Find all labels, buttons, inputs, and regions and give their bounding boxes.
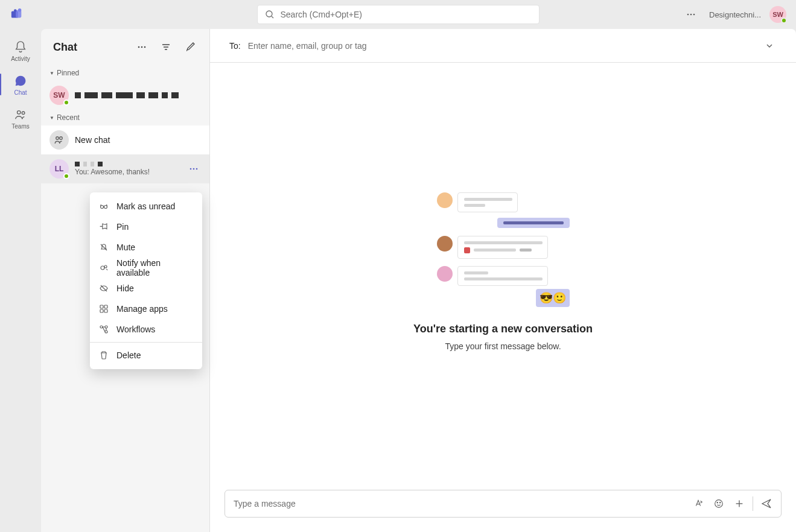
compose-to-bar: To: xyxy=(210,29,796,63)
panel-title: Chat xyxy=(53,41,127,54)
to-input[interactable] xyxy=(248,41,755,51)
message-composer xyxy=(224,490,782,518)
svg-point-11 xyxy=(138,46,140,48)
search-input[interactable] xyxy=(281,10,532,19)
svg-point-22 xyxy=(715,500,723,508)
new-chat-avatar-icon xyxy=(49,130,69,150)
to-label: To: xyxy=(229,41,241,51)
bell-icon xyxy=(13,40,28,54)
empty-illustration: 😎🙂 xyxy=(437,192,570,307)
rail-item-chat[interactable]: Chat xyxy=(0,68,41,101)
menu-mute[interactable]: Mute xyxy=(90,237,202,258)
rail-label: Chat xyxy=(14,89,27,96)
chat-item-new-chat[interactable]: New chat xyxy=(41,125,209,154)
hide-icon xyxy=(98,283,109,294)
svg-point-12 xyxy=(141,46,143,48)
chat-item-recent[interactable]: LL You: Awesome, thanks! xyxy=(41,154,209,183)
svg-point-23 xyxy=(717,502,718,502)
chat-context-menu: Mark as unread Pin Mute Notify when avai… xyxy=(90,192,202,369)
contact-avatar: SW xyxy=(49,86,69,105)
workflows-icon xyxy=(98,324,109,335)
svg-point-21 xyxy=(196,168,198,170)
emoji-icon[interactable] xyxy=(709,494,728,513)
section-pinned[interactable]: ▼ Pinned xyxy=(41,65,209,81)
contact-avatar: LL xyxy=(49,159,69,179)
chat-item-more-icon[interactable] xyxy=(186,162,201,176)
svg-point-8 xyxy=(693,14,695,16)
menu-pin[interactable]: Pin xyxy=(90,217,202,237)
caret-down-icon: ▼ xyxy=(49,71,54,76)
chat-preview: You: Awesome, thanks! xyxy=(75,168,180,176)
notify-icon xyxy=(98,262,109,273)
chat-icon xyxy=(13,74,28,88)
search-icon xyxy=(265,10,275,19)
svg-point-7 xyxy=(690,14,692,16)
trash-icon xyxy=(98,350,109,361)
section-recent[interactable]: ▼ Recent xyxy=(41,110,209,125)
send-icon[interactable] xyxy=(757,494,776,513)
avatar-initials: SW xyxy=(53,91,65,100)
new-chat-icon[interactable] xyxy=(180,37,200,57)
redacted-name xyxy=(75,92,201,98)
svg-point-10 xyxy=(22,111,25,114)
menu-label: Manage apps xyxy=(116,304,168,314)
section-label: Recent xyxy=(57,113,80,122)
caret-down-icon: ▼ xyxy=(49,115,54,121)
chat-item-pinned[interactable]: SW xyxy=(41,81,209,110)
message-input[interactable] xyxy=(234,499,686,508)
svg-point-37 xyxy=(100,326,103,328)
glasses-icon xyxy=(98,201,109,212)
rail-item-teams[interactable]: Teams xyxy=(0,101,41,135)
menu-label: Pin xyxy=(116,222,129,232)
empty-subtitle: Type your first message below. xyxy=(445,341,561,351)
svg-point-17 xyxy=(56,137,59,140)
chevron-down-icon[interactable] xyxy=(762,39,777,53)
svg-line-5 xyxy=(272,16,273,18)
section-label: Pinned xyxy=(57,69,79,77)
svg-point-13 xyxy=(144,46,146,48)
more-icon[interactable] xyxy=(132,37,151,57)
svg-rect-34 xyxy=(104,305,107,308)
svg-point-24 xyxy=(720,502,721,502)
user-avatar[interactable]: SW xyxy=(769,6,786,23)
svg-rect-33 xyxy=(100,305,103,308)
avatar-initials: LL xyxy=(55,165,64,173)
presence-indicator-icon xyxy=(63,100,69,106)
svg-rect-36 xyxy=(104,309,107,312)
menu-hide[interactable]: Hide xyxy=(90,278,202,299)
presence-indicator-icon xyxy=(781,17,787,24)
app-logo-icon xyxy=(10,7,24,22)
svg-point-6 xyxy=(687,14,689,16)
rail-label: Teams xyxy=(11,123,29,130)
more-options-icon[interactable] xyxy=(681,5,701,24)
presence-indicator-icon xyxy=(63,173,69,179)
svg-point-2 xyxy=(18,8,22,11)
menu-mark-unread[interactable]: Mark as unread xyxy=(90,196,202,217)
menu-label: Workflows xyxy=(116,325,155,334)
format-icon[interactable] xyxy=(689,494,708,513)
apps-icon xyxy=(98,303,109,314)
empty-state: 😎🙂 You're starting a new conversation Ty… xyxy=(210,63,796,480)
menu-notify[interactable]: Notify when available xyxy=(90,258,202,278)
filter-icon[interactable] xyxy=(156,37,176,57)
menu-workflows[interactable]: Workflows xyxy=(90,319,202,340)
menu-label: Delete xyxy=(116,350,141,360)
rail-item-activity[interactable]: Activity xyxy=(0,34,41,68)
menu-label: Mark as unread xyxy=(116,201,175,211)
avatar-initials: SW xyxy=(772,11,783,18)
menu-label: Mute xyxy=(116,242,135,252)
menu-delete[interactable]: Delete xyxy=(90,345,202,366)
svg-point-38 xyxy=(105,331,107,333)
menu-label: Notify when available xyxy=(116,258,194,277)
search-box[interactable] xyxy=(257,5,540,24)
add-icon[interactable] xyxy=(730,494,749,513)
redacted-name xyxy=(75,162,180,166)
top-bar: Designtechni... SW xyxy=(0,0,796,29)
app-rail: Activity Chat Teams xyxy=(0,29,41,532)
content-area: To: xyxy=(210,29,796,532)
people-icon xyxy=(13,107,28,122)
svg-point-9 xyxy=(18,110,21,114)
org-name[interactable]: Designtechni... xyxy=(709,10,761,19)
menu-manage-apps[interactable]: Manage apps xyxy=(90,299,202,319)
svg-point-20 xyxy=(193,168,195,170)
